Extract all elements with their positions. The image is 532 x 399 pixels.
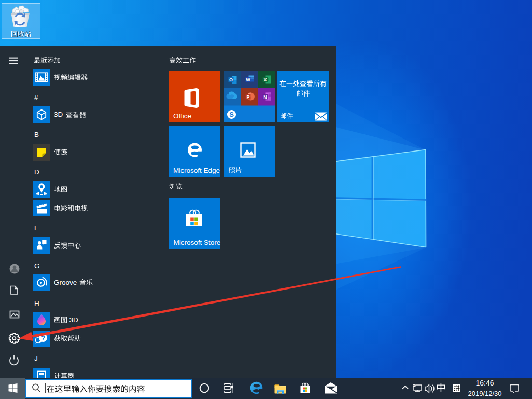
svg-text:N: N: [263, 94, 267, 100]
svg-text:X: X: [263, 77, 267, 82]
svg-text:O: O: [229, 77, 232, 82]
svg-text:W: W: [246, 77, 250, 82]
svg-text:P: P: [246, 94, 249, 100]
svg-text:?: ?: [41, 334, 45, 341]
svg-text:S: S: [229, 111, 234, 118]
